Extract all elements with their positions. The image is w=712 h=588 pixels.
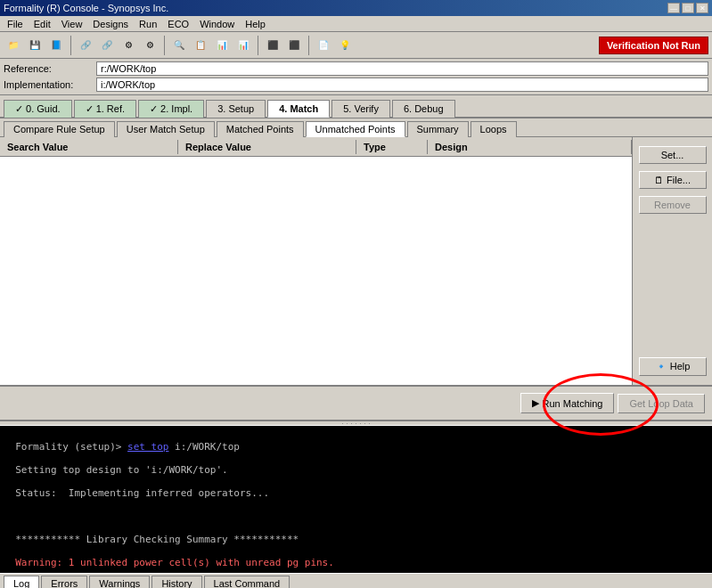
- minimize-button[interactable]: —: [667, 3, 680, 13]
- step-tab-2-impl[interactable]: ✓ 2. Impl.: [138, 100, 204, 118]
- tb-icon-11[interactable]: 📊: [233, 36, 253, 55]
- step-tab-0-guid[interactable]: ✓ 0. Guid.: [4, 100, 72, 118]
- step-tab-1-ref[interactable]: ✓ 1. Ref.: [74, 100, 136, 118]
- set-top-link[interactable]: set top: [127, 441, 168, 453]
- tb-icon-10[interactable]: 📊: [212, 36, 232, 55]
- title-bar-controls: — □ ✕: [667, 3, 708, 13]
- remove-button[interactable]: Remove: [639, 196, 707, 214]
- step-tabs: ✓ 0. Guid. ✓ 1. Ref. ✓ 2. Impl. 3. Setup…: [0, 95, 712, 118]
- menu-help[interactable]: Help: [240, 18, 271, 30]
- implementation-value: i:/WORK/top: [96, 78, 708, 92]
- implementation-row: Implementation: i:/WORK/top: [4, 77, 708, 93]
- menu-run[interactable]: Run: [134, 18, 162, 30]
- tb-sep-4: [308, 36, 309, 55]
- get-loop-data-button[interactable]: Get Loop Data: [618, 394, 705, 413]
- sub-tab-unmatched-points[interactable]: Unmatched Points: [306, 121, 405, 137]
- table-header: Search Value Replace Value Type Design: [0, 137, 632, 157]
- col-header-design: Design: [428, 140, 632, 154]
- console-tab-warnings[interactable]: Warnings: [89, 576, 150, 588]
- console-tab-history[interactable]: History: [151, 576, 201, 588]
- main-content: Search Value Replace Value Type Design S…: [0, 137, 712, 387]
- console-tab-last-command[interactable]: Last Command: [204, 576, 291, 588]
- window-title: Formality (R) Console - Synopsys Inc.: [4, 3, 168, 13]
- tb-icon-9[interactable]: 📋: [191, 36, 210, 55]
- toolbar: 📁 💾 📘 🔗 🔗 ⚙ ⚙ 🔍 📋 📊 📊 ⬛ ⬛ 📄 💡 Verificati…: [0, 32, 712, 59]
- tb-icon-4[interactable]: 🔗: [76, 36, 95, 55]
- menu-file[interactable]: File: [2, 18, 29, 30]
- step-tab-5-verify[interactable]: 5. Verify: [331, 100, 390, 118]
- maximize-button[interactable]: □: [682, 3, 694, 13]
- tb-icon-6[interactable]: ⚙: [119, 36, 138, 55]
- sub-tab-summary[interactable]: Summary: [407, 121, 469, 137]
- ref-impl-bar: Reference: r:/WORK/top Implementation: i…: [0, 59, 712, 95]
- step-tab-3-setup[interactable]: 3. Setup: [206, 100, 266, 118]
- console-area[interactable]: Formality (setup)> set top i:/WORK/top S…: [0, 426, 712, 573]
- console-tab-errors[interactable]: Errors: [41, 576, 87, 588]
- run-matching-label: Run Matching: [543, 398, 603, 409]
- menu-bar: File Edit View Designs Run ECO Window He…: [0, 16, 712, 32]
- table-area: Search Value Replace Value Type Design: [0, 137, 632, 385]
- tb-sep-3: [258, 36, 258, 55]
- table-body: [0, 157, 632, 385]
- sub-tabs: Compare Rule Setup User Match Setup Matc…: [0, 118, 712, 137]
- action-bar: ▶ Run Matching Get Loop Data: [0, 387, 712, 421]
- tb-icon-5[interactable]: 🔗: [97, 36, 117, 55]
- menu-eco[interactable]: ECO: [162, 18, 194, 30]
- tb-icon-12[interactable]: ⬛: [263, 36, 282, 55]
- col-header-replace: Replace Value: [178, 140, 356, 154]
- sub-tab-matched-points[interactable]: Matched Points: [217, 121, 304, 137]
- right-panel: Set... 🗒 File... Remove 🔹 Help: [632, 137, 712, 385]
- help-section: 🔹 Help: [639, 357, 707, 376]
- tb-icon-2[interactable]: 💾: [25, 36, 45, 55]
- tb-icon-13[interactable]: ⬛: [284, 36, 304, 55]
- reference-row: Reference: r:/WORK/top: [4, 61, 708, 77]
- console-tabs: Log Errors Warnings History Last Command: [0, 573, 712, 588]
- verification-badge: Verification Not Run: [599, 37, 708, 54]
- tb-icon-3[interactable]: 📘: [46, 36, 66, 55]
- close-button[interactable]: ✕: [696, 3, 708, 13]
- col-header-search: Search Value: [0, 140, 178, 154]
- sub-tab-user-match[interactable]: User Match Setup: [117, 121, 215, 137]
- step-tab-4-match[interactable]: 4. Match: [267, 100, 330, 118]
- sub-tab-compare-rule[interactable]: Compare Rule Setup: [4, 121, 115, 137]
- run-matching-button[interactable]: ▶ Run Matching: [520, 393, 615, 413]
- step-tab-6-debug[interactable]: 6. Debug: [392, 100, 455, 118]
- tb-icon-8[interactable]: 🔍: [169, 36, 189, 55]
- implementation-label: Implementation:: [4, 79, 93, 90]
- tb-icon-14[interactable]: 📄: [314, 36, 333, 55]
- menu-view[interactable]: View: [56, 18, 88, 30]
- file-button[interactable]: 🗒 File...: [639, 171, 707, 189]
- sub-tab-loops[interactable]: Loops: [471, 121, 517, 137]
- tb-sep-1: [70, 36, 71, 55]
- tb-sep-2: [164, 36, 165, 55]
- menu-window[interactable]: Window: [194, 18, 240, 30]
- help-button[interactable]: 🔹 Help: [639, 357, 707, 376]
- reference-label: Reference:: [4, 63, 93, 74]
- console-tab-log[interactable]: Log: [4, 576, 39, 588]
- tb-icon-1[interactable]: 📁: [4, 36, 23, 55]
- menu-designs[interactable]: Designs: [87, 18, 134, 30]
- get-loop-data-label: Get Loop Data: [629, 398, 693, 409]
- reference-value: r:/WORK/top: [96, 61, 708, 76]
- set-button[interactable]: Set...: [639, 146, 707, 164]
- menu-edit[interactable]: Edit: [29, 18, 56, 30]
- run-matching-icon: ▶: [532, 397, 539, 409]
- tb-icon-7[interactable]: ⚙: [140, 36, 160, 55]
- tb-icon-15[interactable]: 💡: [335, 36, 355, 55]
- col-header-type: Type: [356, 140, 428, 154]
- title-bar: Formality (R) Console - Synopsys Inc. — …: [0, 0, 712, 16]
